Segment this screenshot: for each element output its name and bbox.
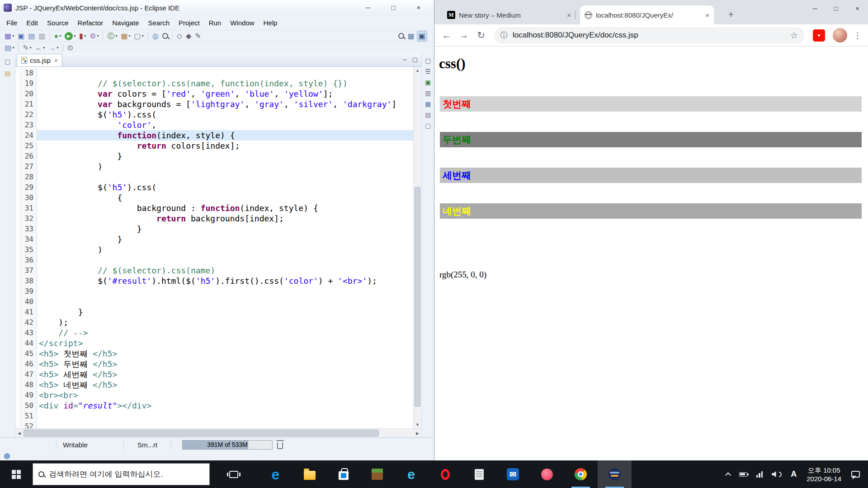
last-edit-icon[interactable]: ✎▾	[21, 42, 33, 53]
open-task-icon[interactable]: ◎	[151, 31, 160, 42]
new-file-icon[interactable]: ▢▾	[133, 31, 145, 42]
eclipse-title-bar[interactable]: JSP - JQueryEx/WebContent/doc/css.jsp - …	[0, 0, 434, 15]
code-editor[interactable]: 1819 // $(selector).css(name, function(i…	[15, 67, 421, 428]
tab-medium[interactable]: M New story – Medium ×	[443, 5, 576, 24]
new-tab-button[interactable]: +	[725, 9, 737, 21]
snippets-min-icon[interactable]: ▣	[425, 78, 431, 87]
taskbar-clock[interactable]: 오후 10:05 2020-06-14	[801, 466, 847, 483]
menu-help[interactable]: Help	[259, 17, 282, 28]
taskbar-internet-explorer-button[interactable]: e	[394, 460, 428, 488]
open-perspective-icon[interactable]: ▦	[406, 31, 416, 42]
back-icon[interactable]: ←	[438, 27, 455, 44]
horizontal-scroll-thumb[interactable]	[24, 430, 379, 436]
editor-tab-css-jsp[interactable]: css.jsp ×	[17, 54, 62, 66]
editor-vertical-scrollbar[interactable]: ▲ ▼	[413, 67, 421, 428]
server-min-icon[interactable]: ▦	[425, 99, 431, 108]
forward-icon[interactable]: →▾	[47, 42, 60, 53]
tab-close-icon[interactable]: ×	[567, 11, 571, 19]
scroll-left-icon[interactable]: ◀	[18, 431, 21, 436]
taskbar-opera-button[interactable]	[428, 460, 462, 488]
menu-search[interactable]: Search	[143, 17, 174, 28]
page-info-icon[interactable]: ⓘ	[500, 31, 508, 40]
back-icon[interactable]: ←▾	[34, 42, 47, 53]
external-tools-icon[interactable]: ⚙▾	[88, 31, 100, 42]
restore-left-view-icon[interactable]: ▢	[5, 57, 10, 66]
save-icon[interactable]: ▣	[16, 31, 26, 42]
search-icon[interactable]	[161, 31, 170, 42]
chrome-menu-icon[interactable]: ⋮	[851, 30, 864, 41]
documentation-min-icon[interactable]: ▥	[425, 89, 431, 98]
tab-localhost[interactable]: localhost:8080/JQueryEx/ ×	[580, 5, 714, 24]
outline-min-icon[interactable]: ☰	[425, 67, 431, 76]
close-button[interactable]: ×	[406, 0, 431, 15]
menu-file[interactable]: File	[2, 17, 22, 28]
jsp-perspective-button[interactable]: ▣	[417, 31, 427, 42]
close-button[interactable]: ×	[847, 0, 868, 17]
task-view-button[interactable]	[221, 460, 247, 488]
print-icon[interactable]: ▥	[37, 31, 47, 42]
prev-annotation-icon[interactable]: ◆	[184, 31, 193, 42]
properties-min-icon[interactable]: ▢	[425, 121, 431, 130]
run-icon[interactable]: ▶▾	[63, 31, 77, 42]
minimize-editor-icon[interactable]: ─	[402, 56, 406, 62]
menu-refactor[interactable]: Refactor	[73, 17, 108, 28]
url-text[interactable]: localhost:8080/JQueryEx/doc/css.jsp	[513, 31, 787, 40]
menu-source[interactable]: Source	[42, 17, 73, 28]
coverage-icon[interactable]: ▮▾	[78, 31, 87, 42]
maximize-editor-icon[interactable]: ▢	[412, 56, 418, 62]
restore-right-view-icon[interactable]: ▢	[425, 56, 431, 65]
taskbar-minecraft-button[interactable]	[360, 460, 394, 488]
minimize-button[interactable]: ─	[355, 0, 381, 15]
menu-window[interactable]: Window	[226, 17, 259, 28]
taskbar-chrome-button[interactable]	[564, 460, 598, 488]
ime-indicator[interactable]: A	[786, 460, 801, 488]
console-min-icon[interactable]: ▤	[425, 110, 431, 119]
new-wizard-icon[interactable]: ▦▾	[3, 31, 15, 42]
tab-close-icon[interactable]: ×	[54, 57, 58, 64]
bookmark-star-icon[interactable]: ☆	[790, 30, 798, 41]
new-java-class-icon[interactable]: Ⓒ▾	[106, 31, 118, 42]
vertical-scroll-thumb[interactable]	[415, 187, 420, 407]
forward-icon[interactable]: →	[455, 27, 472, 44]
scroll-down-icon[interactable]: ▼	[414, 421, 421, 428]
notification-bell-icon[interactable]	[4, 453, 10, 459]
notification-center-icon[interactable]	[847, 460, 864, 488]
menu-navigate[interactable]: Navigate	[108, 17, 143, 28]
scroll-up-icon[interactable]: ▲	[414, 67, 421, 74]
next-annotation-icon[interactable]: ◇	[175, 31, 184, 42]
editor-lines[interactable]: 1819 // $(selector).css(name, function(i…	[21, 67, 413, 428]
taskbar-notepad-button[interactable]	[462, 460, 496, 488]
maximize-button[interactable]: □	[826, 0, 847, 17]
pdf-extension-icon[interactable]: ▼	[813, 29, 825, 42]
taskbar-mail-button[interactable]: ✉	[496, 460, 530, 488]
save-all-icon[interactable]: ▤	[27, 31, 36, 42]
start-button[interactable]	[0, 460, 33, 488]
refresh-icon[interactable]: ↻	[472, 27, 490, 44]
taskbar-microsoft-store-button[interactable]	[326, 460, 360, 488]
address-bar[interactable]: ⓘ localhost:8080/JQueryEx/doc/css.jsp ☆	[494, 27, 804, 43]
new-quick-menu-icon[interactable]: ▤▾	[3, 42, 15, 53]
taskbar-file-explorer-button[interactable]	[292, 460, 326, 488]
menu-edit[interactable]: Edit	[22, 17, 42, 28]
taskbar-photos-button[interactable]	[530, 460, 564, 488]
project-explorer-min-icon[interactable]: ▤	[5, 69, 10, 78]
hidden-icons-chevron[interactable]	[722, 460, 735, 488]
maximize-button[interactable]: □	[381, 0, 406, 15]
tab-close-icon[interactable]: ×	[705, 11, 709, 19]
taskbar-search-input[interactable]: 검색하려면 여기에 입력하십시오.	[33, 463, 210, 485]
new-package-icon[interactable]: ▦▾	[119, 31, 132, 42]
editor-horizontal-scrollbar[interactable]: ◀ ▶	[15, 428, 421, 437]
scroll-right-icon[interactable]: ▶	[416, 431, 419, 436]
menu-run[interactable]: Run	[204, 17, 226, 28]
garbage-collect-icon[interactable]	[277, 442, 283, 449]
taskbar-edge-button[interactable]: e	[259, 460, 292, 488]
quick-access-search-icon[interactable]	[397, 31, 406, 42]
last-edit-location-icon[interactable]: ✎	[193, 31, 202, 42]
minimize-button[interactable]: ─	[804, 0, 826, 17]
profile-avatar[interactable]	[833, 28, 847, 42]
menu-project[interactable]: Project	[174, 17, 204, 28]
debug-icon[interactable]: ●▾	[53, 31, 63, 42]
taskbar-eclipse-button[interactable]	[598, 460, 632, 488]
battery-icon[interactable]	[735, 460, 752, 488]
pin-editor-icon[interactable]: ⊙	[66, 42, 75, 53]
